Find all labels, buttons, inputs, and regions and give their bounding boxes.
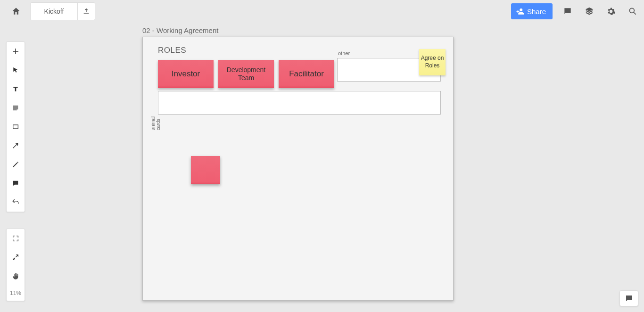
pen-tool[interactable] [7, 155, 25, 174]
other-label: other [338, 50, 350, 56]
sticky-tool[interactable] [7, 99, 25, 117]
export-button[interactable] [78, 3, 95, 20]
comments-button[interactable] [561, 5, 574, 18]
hand-icon [12, 272, 19, 280]
title-group: Kickoff [30, 2, 95, 20]
top-bar: Kickoff Share [0, 0, 644, 23]
sticky-facilitator[interactable]: Facilitator [279, 60, 334, 88]
fit-screen-button[interactable] [7, 229, 25, 248]
sticky-dev-team[interactable]: Development Team [218, 60, 274, 88]
comment-tool-icon [12, 180, 19, 187]
select-tool[interactable] [7, 61, 25, 80]
text-tool[interactable] [7, 80, 25, 99]
sticky-agree-roles[interactable]: Agree on Roles [419, 49, 446, 75]
share-add-person-icon [516, 7, 524, 16]
settings-button[interactable] [604, 5, 618, 18]
shape-tool[interactable] [7, 117, 25, 136]
zoom-level[interactable]: 11% [7, 286, 25, 301]
text-icon [12, 85, 19, 93]
animal-cards-label: animal cards [150, 116, 161, 130]
svg-point-0 [629, 8, 634, 13]
home-icon [11, 7, 21, 16]
share-button[interactable]: Share [511, 3, 553, 19]
arrow-icon [12, 142, 19, 149]
roles-row: Investor Development Team Facilitator [158, 60, 334, 88]
pan-tool[interactable] [7, 267, 25, 286]
frame-content: ROLES Investor Development Team Facilita… [148, 42, 449, 55]
sticky-blank[interactable] [191, 156, 220, 184]
share-label: Share [527, 8, 546, 16]
animal-cards-box[interactable] [158, 91, 441, 115]
undo-button[interactable] [7, 193, 25, 212]
export-icon [83, 8, 90, 15]
sticky-note-icon [12, 104, 19, 112]
gear-icon [606, 7, 616, 16]
tool-palette [6, 41, 25, 212]
cursor-icon [12, 66, 19, 74]
rectangle-icon [12, 123, 19, 131]
svg-rect-1 [13, 125, 18, 129]
undo-icon [11, 198, 20, 206]
layers-icon [585, 7, 594, 16]
top-bar-left: Kickoff [8, 2, 95, 20]
chat-icon [625, 294, 633, 303]
section-title-roles: ROLES [158, 46, 449, 55]
top-bar-right: Share [511, 3, 639, 19]
frame-title[interactable]: 02 - Working Agreement [142, 26, 218, 34]
search-icon [628, 7, 637, 16]
layers-button[interactable] [583, 5, 596, 18]
sticky-investor[interactable]: Investor [158, 60, 214, 88]
pen-icon [12, 161, 19, 168]
plus-icon [11, 47, 20, 56]
comment-tool[interactable] [7, 174, 25, 193]
add-tool[interactable] [7, 42, 25, 61]
fit-screen-icon [12, 235, 19, 242]
frame-working-agreement[interactable]: ROLES Investor Development Team Facilita… [142, 37, 454, 301]
home-button[interactable] [8, 4, 24, 19]
search-button[interactable] [626, 5, 639, 18]
view-palette: 11% [6, 229, 25, 301]
comment-icon [563, 7, 572, 16]
board-title[interactable]: Kickoff [31, 3, 78, 20]
arrow-tool[interactable] [7, 136, 25, 155]
expand-icon [12, 254, 19, 261]
fullscreen-button[interactable] [7, 248, 25, 267]
comments-fab[interactable] [619, 290, 638, 306]
